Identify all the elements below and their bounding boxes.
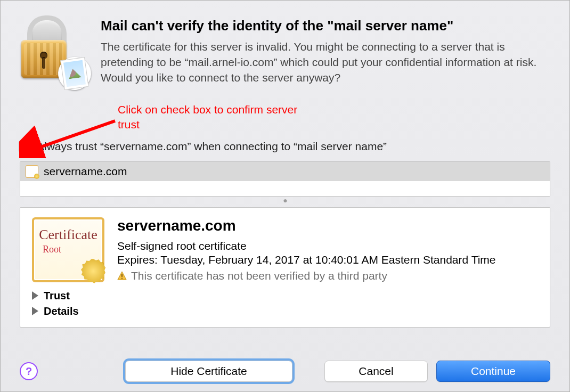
continue-button[interactable]: Continue [436, 361, 550, 382]
certificate-info: servername.com Self-signed root certific… [117, 217, 538, 282]
details-disclosure-label: Details [44, 305, 79, 317]
warning-icon [117, 271, 127, 281]
lock-mail-icon [20, 15, 94, 79]
hide-certificate-button[interactable]: Hide Certificate [125, 361, 292, 382]
seal-icon [81, 259, 105, 283]
certificate-expiry: Expires: Tuesday, February 14, 2017 at 1… [117, 254, 538, 266]
dialog-title: Mail can't verify the identity of the "m… [101, 18, 550, 34]
header-text: Mail can't verify the identity of the "m… [94, 15, 550, 86]
certificate-badge-sub: Root [43, 244, 102, 255]
certificate-chain-item-label: servername.com [44, 165, 127, 178]
certificate-details-panel: Certificate Root servername.com Self-sig… [20, 207, 550, 328]
disclosure-section: Trust Details [32, 290, 538, 317]
certificate-common-name: servername.com [117, 217, 538, 234]
trust-disclosure[interactable]: Trust [32, 290, 538, 302]
help-button[interactable]: ? [20, 362, 38, 380]
cancel-button[interactable]: Cancel [324, 361, 428, 382]
dialog-description: The certificate for this server is inval… [101, 39, 550, 86]
certificate-icon [26, 165, 38, 178]
resize-handle-icon[interactable]: ● [1, 197, 569, 204]
disclosure-triangle-icon [32, 307, 38, 315]
certificate-large-icon: Certificate Root [32, 217, 104, 282]
svg-rect-3 [121, 274, 123, 276]
dialog-header: Mail can't verify the identity of the "m… [1, 1, 569, 90]
disclosure-triangle-icon [32, 291, 38, 300]
always-trust-label: Always trust “servername.com” when conne… [37, 140, 387, 153]
certificate-chain-item[interactable]: servername.com [20, 162, 550, 181]
certificate-warning-row: This certificate has not been verified b… [117, 270, 538, 282]
certificate-trust-dialog: Mail can't verify the identity of the "m… [0, 0, 570, 392]
certificate-chain-list[interactable]: servername.com [20, 161, 550, 197]
always-trust-row: Always trust “servername.com” when conne… [1, 140, 569, 153]
button-bar: ? Hide Certificate Cancel Continue [1, 361, 569, 382]
certificate-chain-empty-row [20, 181, 550, 196]
certificate-kind: Self-signed root certificate [117, 240, 538, 252]
certificate-badge-title: Certificate [34, 227, 102, 243]
annotation-text: Click on check box to confirm server tru… [118, 102, 307, 133]
certificate-warning-text: This certificate has not been verified b… [131, 270, 387, 282]
details-disclosure[interactable]: Details [32, 305, 538, 317]
mail-stamp-icon [56, 55, 93, 92]
trust-disclosure-label: Trust [44, 290, 70, 302]
svg-rect-4 [121, 278, 123, 279]
always-trust-checkbox[interactable] [19, 140, 31, 153]
